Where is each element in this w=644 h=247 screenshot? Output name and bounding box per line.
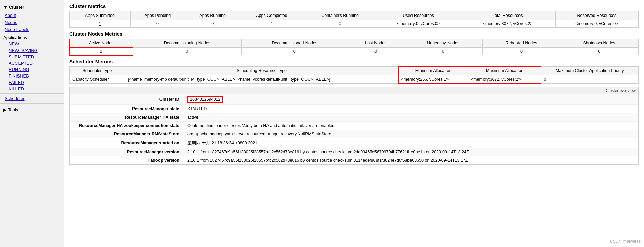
col-scheduler-type: Scheduler Type: [70, 67, 125, 75]
sidebar-item-accepted[interactable]: ACCEPTED: [0, 60, 64, 66]
val-lost-nodes: 0: [348, 48, 404, 55]
label-hadoop-version: Hadoop version:: [70, 156, 184, 164]
val-decommissioning-nodes: 0: [133, 48, 241, 55]
label-cluster-id: Cluster ID:: [70, 95, 184, 103]
val-hadoop-version: 2.10.1 from 1827467c9a56f133025f28557bfc…: [184, 156, 638, 164]
col-apps-completed: Apps Completed: [240, 11, 303, 20]
sidebar-item-killed[interactable]: KILLED: [0, 86, 64, 92]
val-shutdown-nodes: 0: [560, 48, 639, 55]
col-scheduling-resource-type: Scheduling Resource Type: [125, 67, 398, 75]
cluster-metrics-title: Cluster Metrics: [69, 3, 639, 9]
unhealthy-link[interactable]: 0: [442, 49, 444, 54]
sidebar-item-new[interactable]: NEW: [0, 41, 64, 47]
val-containers-running: 0: [303, 20, 377, 28]
col-apps-pending: Apps Pending: [130, 11, 185, 20]
sidebar-tools[interactable]: ▶ Tools: [0, 105, 64, 114]
label-rm-state: ResourceManager state:: [70, 105, 184, 113]
sidebar-cluster-label: Cluster: [9, 5, 24, 10]
col-shutdown-nodes: Shutdown Nodes: [560, 39, 639, 48]
apps-submitted-link[interactable]: 1: [99, 21, 101, 26]
val-used-resources: <memory:0, vCores:0>: [377, 20, 460, 28]
sidebar-cluster-title[interactable]: ▼ Cluster: [0, 3, 64, 12]
sidebar-applications-label: Applications: [0, 33, 64, 41]
col-rebooted-nodes: Rebooted Nodes: [482, 39, 560, 48]
col-decommissioning-nodes: Decommissioning Nodes: [133, 39, 241, 48]
val-rm-started: 星期四 十月 21 18:36:34 +0800 2021: [184, 138, 638, 148]
col-minimum-allocation: Minimum Allocation: [398, 67, 468, 75]
label-rm-ha-state: ResourceManager HA state:: [70, 113, 184, 121]
row-cluster-id: Cluster ID: 1634812594012: [70, 94, 638, 105]
row-rm-version: ResourceManager version: 2.10.1 from 182…: [70, 148, 638, 156]
lost-link[interactable]: 0: [374, 49, 377, 54]
row-rm-store: ResourceManager RMStateStore: org.apache…: [70, 130, 638, 138]
cluster-metrics-table: Apps Submitted Apps Pending Apps Running…: [69, 11, 639, 28]
val-rm-version: 2.10.1 from 1827467c9a56f133025f28557bfc…: [184, 148, 638, 156]
sidebar-app-links: NEW NEW_SAVING SUBMITTED ACCEPTED RUNNIN…: [0, 41, 64, 92]
row-rm-started: ResourceManager started on: 星期四 十月 21 18…: [70, 138, 638, 148]
active-nodes-link[interactable]: 1: [100, 49, 102, 54]
cluster-nodes-row: 1 0 0 0 0 0 0: [70, 48, 639, 55]
sidebar-item-nodes[interactable]: Nodes: [0, 19, 64, 26]
cluster-overview-header: Cluster overview: [70, 87, 638, 94]
val-rm-state: STARTED: [184, 105, 638, 113]
sidebar-item-finished[interactable]: FINISHED: [0, 73, 64, 79]
shutdown-link[interactable]: 0: [598, 49, 601, 54]
decommissioned-link[interactable]: 0: [293, 49, 296, 54]
sidebar-item-new-saving[interactable]: NEW_SAVING: [0, 47, 64, 54]
main-content: Cluster Metrics Apps Submitted Apps Pend…: [64, 0, 644, 247]
col-reserved-resources: Reserved Resources: [555, 11, 638, 20]
cluster-id-box: 1634812594012: [187, 96, 223, 103]
cluster-metrics-row: 1 0 0 1 0 <memory:0, vCores:0> <memory:3…: [70, 20, 639, 28]
decommissioning-link[interactable]: 0: [186, 49, 188, 54]
val-rebooted-nodes: 0: [482, 48, 560, 55]
label-rm-zk: ResourceManager HA zookeeper connection …: [70, 122, 184, 130]
sidebar: ▼ Cluster About Nodes Node Labels Applic…: [0, 0, 64, 247]
val-decommissioned-nodes: 0: [241, 48, 348, 55]
col-lost-nodes: Lost Nodes: [348, 39, 404, 48]
watermark: CSDN @alwarse: [610, 239, 641, 244]
label-rm-version: ResourceManager version:: [70, 148, 184, 156]
val-apps-running: 0: [185, 20, 240, 28]
val-apps-submitted: 1: [70, 20, 131, 28]
col-total-resources: Total Resources: [460, 11, 555, 20]
col-containers-running: Containers Running: [303, 11, 377, 20]
val-active-nodes: 1: [70, 48, 133, 55]
tools-expand-icon: ▶: [3, 107, 7, 112]
col-decommissioned-nodes: Decommissioned Nodes: [241, 39, 348, 48]
label-rm-started: ResourceManager started on:: [70, 139, 184, 147]
scheduler-metrics-title: Scheduler Metrics: [69, 59, 639, 64]
sidebar-item-scheduler[interactable]: Scheduler: [0, 95, 64, 102]
cluster-nodes-title: Cluster Nodes Metrics: [69, 31, 639, 37]
sidebar-item-node-labels[interactable]: Node Labels: [0, 26, 64, 33]
val-cluster-id: 1634812594012: [184, 94, 638, 104]
val-total-resources: <memory:3072, vCores:2>: [460, 20, 555, 28]
val-reserved-resources: <memory:0, vCores:0>: [555, 20, 638, 28]
row-rm-ha-state: ResourceManager HA state: active: [70, 113, 638, 122]
sidebar-item-running[interactable]: RUNNING: [0, 66, 64, 73]
val-rm-store: org.apache.hadoop.yarn.server.resourcema…: [184, 130, 638, 138]
val-unhealthy-nodes: 0: [404, 48, 482, 55]
col-active-nodes: Active Nodes: [70, 39, 133, 48]
col-max-priority: Maximum Cluster Application Priority: [541, 67, 639, 75]
col-maximum-allocation: Maximum Allocation: [468, 67, 541, 75]
cluster-overview: Cluster overview Cluster ID: 16348125940…: [69, 87, 639, 165]
sidebar-item-submitted[interactable]: SUBMITTED: [0, 54, 64, 60]
col-apps-submitted: Apps Submitted: [70, 11, 131, 20]
val-rm-ha-state: active: [184, 113, 638, 121]
val-max-allocation: <memory:3072, vCores:2>: [468, 75, 541, 84]
val-resource-type: [<name=memory-mb default-unit=Mi type=CO…: [125, 75, 398, 84]
scheduler-row: Capacity Scheduler [<name=memory-mb defa…: [70, 75, 639, 84]
sidebar-links: About Nodes Node Labels: [0, 12, 64, 33]
label-rm-store: ResourceManager RMStateStore:: [70, 130, 184, 138]
rebooted-link[interactable]: 0: [520, 49, 523, 54]
sidebar-item-failed[interactable]: FAILED: [0, 79, 64, 86]
val-apps-pending: 0: [130, 20, 185, 28]
col-used-resources: Used Resources: [377, 11, 460, 20]
col-apps-running: Apps Running: [185, 11, 240, 20]
row-rm-state: ResourceManager state: STARTED: [70, 105, 638, 113]
sidebar-item-about[interactable]: About: [0, 12, 64, 19]
row-rm-zk: ResourceManager HA zookeeper connection …: [70, 122, 638, 130]
val-apps-completed: 1: [240, 20, 303, 28]
col-unhealthy-nodes: Unhealthy Nodes: [404, 39, 482, 48]
scheduler-metrics-table: Scheduler Type Scheduling Resource Type …: [69, 66, 639, 84]
